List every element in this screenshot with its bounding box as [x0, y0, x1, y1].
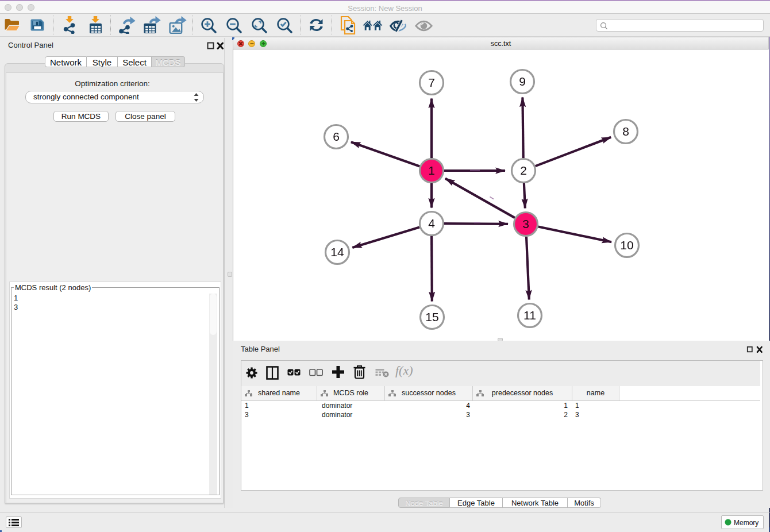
svg-text:7: 7 — [428, 76, 435, 89]
svg-text:1: 1 — [428, 164, 435, 177]
svg-text:8: 8 — [622, 125, 629, 138]
svg-text:15: 15 — [425, 310, 438, 323]
svg-text:2: 2 — [520, 164, 527, 177]
svg-text:6: 6 — [333, 130, 340, 143]
svg-text:11: 11 — [523, 309, 536, 322]
svg-text:4: 4 — [428, 217, 435, 230]
svg-text:9: 9 — [519, 75, 526, 88]
svg-text:3: 3 — [522, 217, 529, 230]
svg-text:14: 14 — [330, 245, 344, 259]
svg-text:10: 10 — [620, 238, 633, 252]
